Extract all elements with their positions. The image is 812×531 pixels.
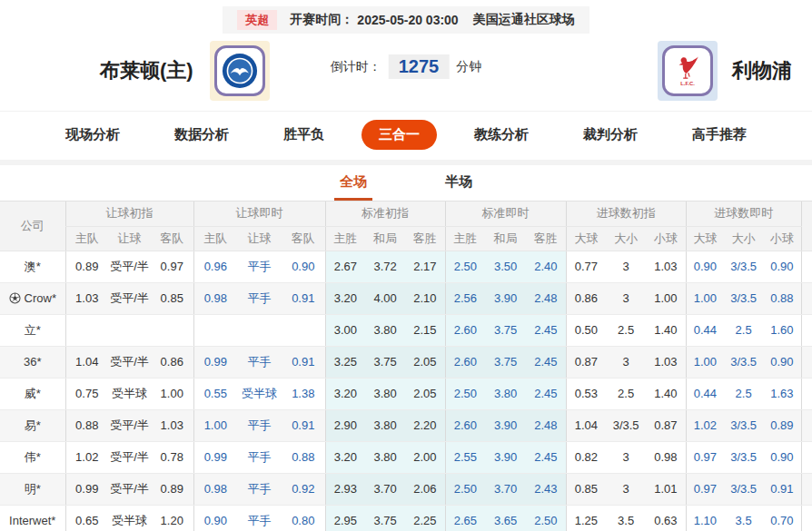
odds-cell: 1.40 [646, 378, 686, 409]
company-name: Crow* [25, 291, 56, 305]
company-name: 威* [25, 386, 41, 402]
odds-cell: 0.90 [686, 251, 724, 282]
group-header: 进球数初指 [566, 202, 686, 226]
odds-cell: 平手 [237, 409, 282, 441]
nav-tab-4[interactable]: 三合一 [361, 120, 437, 150]
odds-cell: 1.04 [566, 409, 606, 441]
group-header: 进球数即时 [686, 202, 801, 226]
odds-cell: 2.45 [526, 441, 566, 473]
odds-cell: 受平/半 [108, 346, 151, 378]
odds-cell: 3.75 [485, 314, 526, 346]
odds-cell: 3.90 [485, 409, 526, 441]
scroll-gutter-cell [801, 314, 812, 346]
odds-cell: 3.20 [325, 282, 365, 314]
odds-cell: 1.03 [646, 346, 686, 378]
scroll-gutter-cell [801, 473, 812, 505]
odds-cell: 2.45 [526, 378, 566, 409]
odds-cell: 0.98 [193, 282, 237, 314]
company-cell: 立* [0, 314, 65, 346]
odds-cell: 3/3.5 [724, 251, 763, 282]
table-row: 威*0.75受半球1.000.55受半球1.383.203.802.052.50… [0, 378, 812, 409]
group-header: 让球即时 [193, 202, 325, 226]
odds-cell: 2.5 [606, 314, 646, 346]
odds-cell: 2.48 [526, 409, 566, 441]
odds-cell: 0.70 [763, 505, 801, 531]
odds-cell: 0.89 [763, 409, 801, 441]
col-header: 主胜 [445, 226, 485, 251]
col-header: 客队 [151, 226, 193, 251]
company-cell: 36* [0, 346, 65, 378]
sub-tabs: 全场半场 [0, 165, 812, 202]
nav-tab-7[interactable]: 高手推荐 [675, 120, 764, 150]
nav-tab-6[interactable]: 裁判分析 [566, 120, 655, 150]
odds-cell: 0.99 [193, 441, 237, 473]
odds-cell: 2.50 [445, 378, 485, 409]
odds-cell: 2.67 [325, 251, 365, 282]
col-header: 客胜 [526, 226, 566, 251]
odds-cell: 2.25 [405, 505, 445, 531]
odds-cell: 受半球 [237, 378, 282, 409]
odds-cell: 0.82 [566, 441, 606, 473]
odds-table-body: 澳*0.89受平/半0.970.96平手0.902.673.722.172.50… [0, 251, 812, 531]
odds-cell: 3/3.5 [724, 441, 763, 473]
odds-cell: 2.10 [405, 282, 445, 314]
odds-cell: 3.00 [325, 314, 365, 346]
odds-cell: 0.91 [763, 473, 801, 505]
nav-tab-3[interactable]: 胜平负 [266, 120, 342, 150]
away-team-block: L.F.C. 利物浦 [658, 41, 792, 101]
odds-cell: 3/3.5 [724, 282, 763, 314]
odds-cell [193, 314, 237, 346]
company-name: 易* [25, 418, 41, 434]
nav-tab-5[interactable]: 教练分析 [457, 120, 546, 150]
odds-cell: 2.60 [445, 409, 485, 441]
sub-tab-2[interactable]: 半场 [440, 173, 478, 201]
odds-cell: 0.87 [646, 409, 686, 441]
odds-cell: 3.20 [325, 441, 365, 473]
countdown-value: 1275 [389, 54, 450, 79]
odds-cell: 1.38 [282, 378, 325, 409]
odds-cell: 1.03 [646, 251, 686, 282]
nav-tab-2[interactable]: 数据分析 [157, 120, 246, 150]
col-header: 大球 [686, 226, 724, 251]
odds-cell: 0.97 [686, 473, 724, 505]
odds-cell: 1.00 [193, 409, 237, 441]
company-name: 澳* [25, 259, 41, 275]
home-crest-patch [210, 41, 270, 101]
odds-cell: 0.90 [763, 251, 801, 282]
brighton-crest-icon [214, 45, 265, 96]
odds-cell: 0.98 [646, 441, 686, 473]
company-name: 立* [25, 322, 41, 339]
kickoff-label: 开赛时间： [290, 12, 353, 28]
group-header: 让球初指 [65, 202, 193, 226]
company-name: 伟* [25, 449, 41, 466]
football-icon [9, 291, 21, 305]
col-header: 主队 [193, 226, 237, 251]
odds-cell: 3/3.5 [724, 346, 763, 378]
odds-cell: 受半球 [108, 505, 151, 531]
col-header: 和局 [365, 226, 405, 251]
group-header: 标准初指 [325, 202, 445, 226]
scroll-gutter-cell [801, 346, 812, 378]
scroll-gutter-cell [801, 441, 812, 473]
odds-cell: 0.90 [193, 505, 237, 531]
odds-cell: 0.53 [566, 378, 606, 409]
odds-cell [151, 314, 193, 346]
table-row: Interwet*0.65受半球1.200.90平手0.802.953.752.… [0, 505, 812, 531]
odds-cell: 3.80 [485, 378, 526, 409]
sub-tab-1[interactable]: 全场 [334, 173, 372, 201]
odds-cell: 1.00 [646, 282, 686, 314]
countdown-label: 倒计时： [331, 59, 381, 75]
odds-cell: 3.50 [485, 251, 526, 282]
company-cell: 明* [0, 473, 65, 505]
odds-cell: 平手 [237, 441, 282, 473]
company-cell: Crow* [0, 282, 65, 314]
odds-cell: 3 [606, 441, 646, 473]
col-header: 主胜 [325, 226, 365, 251]
odds-cell: 平手 [237, 473, 282, 505]
nav-tab-1[interactable]: 现场分析 [48, 120, 137, 150]
group-header: 标准即时 [445, 202, 566, 226]
odds-cell: 0.63 [646, 505, 686, 531]
odds-cell: 0.92 [282, 473, 325, 505]
company-name: 36* [24, 355, 42, 369]
table-row: 伟*1.02受平/半0.780.99平手0.883.203.802.002.55… [0, 441, 812, 473]
